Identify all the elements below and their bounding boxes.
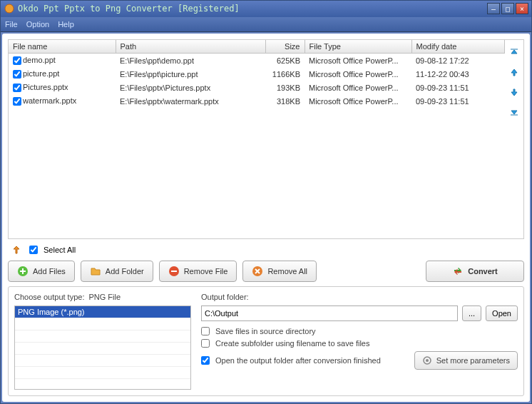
svg-point-5 (426, 359, 429, 362)
browse-button[interactable]: ... (462, 305, 481, 321)
col-filename[interactable]: File name (9, 40, 116, 54)
move-up-button[interactable] (508, 66, 521, 79)
cell-modify: 09-09-23 11:51 (411, 81, 505, 94)
file-list-panel: File name Path Size File Type Modify dat… (8, 39, 524, 239)
svg-point-0 (5, 4, 14, 13)
col-path[interactable]: Path (116, 40, 265, 54)
cell-name: Pictures.pptx (23, 83, 68, 91)
row-checkbox[interactable] (13, 56, 21, 65)
remove-all-button[interactable]: Remove All (242, 261, 317, 282)
table-row[interactable]: picture.ppt E:\Files\ppt\picture.ppt 116… (9, 67, 505, 81)
type-option-empty (15, 343, 190, 355)
menu-option[interactable]: Option (26, 20, 49, 29)
cell-path: E:\Files\ppt\picture.ppt (116, 67, 265, 81)
cell-size: 1166KB (265, 67, 305, 81)
window-title: Okdo Ppt Pptx to Png Converter [Register… (18, 4, 487, 14)
cell-modify: 09-08-12 17:22 (411, 54, 505, 68)
row-checkbox[interactable] (13, 97, 21, 106)
add-folder-button[interactable]: Add Folder (81, 261, 153, 282)
cell-name: watermark.pptx (23, 96, 76, 105)
select-all-checkbox[interactable] (29, 246, 38, 254)
minus-icon (168, 266, 180, 277)
output-type-section: Choose output type: PNG File PNG Image (… (14, 293, 191, 390)
plus-icon (17, 266, 29, 277)
open-after-checkbox[interactable] (201, 356, 210, 365)
app-window: Okdo Ppt Pptx to Png Converter [Register… (0, 0, 532, 404)
current-type-label: PNG File (88, 293, 121, 301)
select-all-label: Select All (44, 246, 76, 254)
cell-path: E:\Files\pptx\Pictures.pptx (116, 81, 265, 94)
table-row[interactable]: watermark.pptx E:\Files\pptx\watermark.p… (9, 94, 505, 108)
create-subfolder-checkbox[interactable] (201, 339, 210, 348)
file-table-container: File name Path Size File Type Modify dat… (9, 40, 505, 238)
table-row[interactable]: demo.ppt E:\Files\ppt\demo.ppt 625KB Mic… (9, 54, 505, 68)
type-option-empty (15, 330, 190, 343)
table-row[interactable]: Pictures.pptx E:\Files\pptx\Pictures.ppt… (9, 81, 505, 94)
menubar: File Option Help (1, 17, 531, 32)
add-files-label: Add Files (33, 267, 66, 276)
output-folder-label: Output folder: (201, 293, 249, 301)
titlebar: Okdo Ppt Pptx to Png Converter [Register… (1, 1, 531, 17)
folder-icon (90, 266, 101, 277)
cell-modify: 09-09-23 11:51 (411, 94, 505, 108)
convert-icon (452, 266, 464, 277)
remove-all-icon (252, 266, 263, 277)
open-folder-button[interactable]: Open (486, 305, 518, 321)
window-controls: – □ × (487, 3, 528, 14)
type-option-empty (15, 318, 190, 330)
cell-modify: 11-12-22 00:43 (411, 67, 505, 81)
output-type-list[interactable]: PNG Image (*.png) (14, 305, 191, 390)
type-option-empty (15, 355, 190, 367)
row-checkbox[interactable] (13, 84, 21, 92)
convert-button[interactable]: Convert (426, 261, 524, 282)
move-top-button[interactable] (508, 46, 521, 59)
move-down-button[interactable] (508, 86, 521, 99)
cell-size: 193KB (265, 81, 305, 94)
cell-path: E:\Files\ppt\demo.ppt (116, 54, 265, 68)
cell-size: 318KB (265, 94, 305, 108)
action-buttons: Add Files Add Folder Remove File Remove … (8, 261, 524, 282)
add-files-button[interactable]: Add Files (8, 261, 75, 282)
close-button[interactable]: × (516, 3, 528, 14)
output-folder-input[interactable] (201, 305, 458, 321)
output-panel: Choose output type: PNG File PNG Image (… (8, 286, 524, 396)
output-folder-section: Output folder: ... Open Save files in so… (201, 293, 518, 390)
create-subfolder-label: Create subfolder using filename to save … (215, 339, 369, 348)
file-table: File name Path Size File Type Modify dat… (9, 40, 505, 108)
col-size[interactable]: Size (265, 40, 305, 54)
select-all-row: Select All (8, 243, 524, 256)
type-option-png[interactable]: PNG Image (*.png) (15, 306, 190, 318)
add-folder-label: Add Folder (106, 267, 144, 276)
row-checkbox[interactable] (13, 70, 21, 79)
cell-type: Microsoft Office PowerP... (305, 94, 411, 108)
cell-name: picture.ppt (23, 69, 59, 78)
move-bottom-button[interactable] (508, 106, 521, 118)
set-parameters-label: Set more parameters (436, 356, 510, 365)
cell-type: Microsoft Office PowerP... (305, 81, 411, 94)
maximize-button[interactable]: □ (501, 3, 514, 14)
col-filetype[interactable]: File Type (305, 40, 411, 54)
cell-type: Microsoft Office PowerP... (305, 67, 411, 81)
app-icon (4, 3, 15, 14)
remove-file-button[interactable]: Remove File (159, 261, 237, 282)
minimize-button[interactable]: – (487, 3, 500, 14)
cell-name: demo.ppt (23, 56, 56, 64)
remove-file-label: Remove File (184, 267, 228, 276)
up-folder-icon[interactable] (11, 245, 22, 255)
type-option-empty (15, 367, 190, 379)
gear-icon (422, 355, 432, 365)
content-area: File name Path Size File Type Modify dat… (2, 34, 530, 402)
cell-type: Microsoft Office PowerP... (305, 54, 411, 68)
save-source-checkbox[interactable] (201, 327, 210, 335)
convert-label: Convert (468, 267, 498, 276)
col-modify[interactable]: Modify date (411, 40, 505, 54)
cell-path: E:\Files\pptx\watermark.pptx (116, 94, 265, 108)
open-after-label: Open the output folder after conversion … (215, 356, 381, 365)
set-parameters-button[interactable]: Set more parameters (414, 351, 518, 370)
save-source-label: Save files in source directory (215, 327, 316, 335)
menu-file[interactable]: File (5, 20, 18, 29)
reorder-buttons (505, 40, 523, 238)
remove-all-label: Remove All (267, 267, 307, 276)
choose-type-label: Choose output type: (14, 293, 84, 301)
menu-help[interactable]: Help (58, 20, 74, 29)
